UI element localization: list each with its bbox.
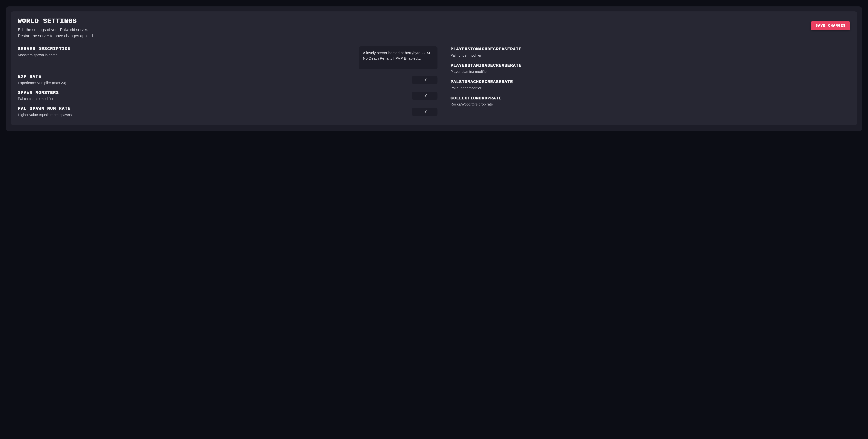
server-description-label: SERVER DESCRIPTION: [18, 46, 354, 52]
spawn-monsters-label: SPAWN MONSTERS: [18, 90, 404, 95]
row-collection-drop-rate: COLLECTIONDROPRATE Rocks/Wood/Ore drop r…: [451, 96, 850, 107]
page-subtitle-1: Edit the settings of your Palworld serve…: [18, 27, 94, 33]
settings-card: WORLD SETTINGS Edit the settings of your…: [11, 11, 857, 125]
exp-rate-input[interactable]: [412, 76, 437, 84]
spawn-monsters-labels: SPAWN MONSTERS Pal catch rate modifier: [18, 90, 407, 101]
right-column: PLAYERSTOMACHDECREASERATE Pal hunger mod…: [451, 46, 850, 117]
row-exp-rate: EXP RATE Experience Multiplier (max 20): [18, 74, 437, 85]
spawn-monsters-input[interactable]: [412, 92, 437, 100]
collection-drop-desc: Rocks/Wood/Ore drop rate: [451, 102, 850, 107]
row-spawn-monsters: SPAWN MONSTERS Pal catch rate modifier: [18, 90, 437, 101]
server-description-input[interactable]: [359, 46, 437, 69]
settings-body: SERVER DESCRIPTION Monsters spawn in gam…: [18, 46, 850, 117]
exp-rate-labels: EXP RATE Experience Multiplier (max 20): [18, 74, 407, 85]
exp-rate-label: EXP RATE: [18, 74, 404, 79]
header: WORLD SETTINGS Edit the settings of your…: [18, 18, 850, 39]
spawn-monsters-desc: Pal catch rate modifier: [18, 96, 404, 101]
header-text: WORLD SETTINGS Edit the settings of your…: [18, 18, 94, 39]
pal-spawn-num-rate-label: PAL SPAWN NUM RATE: [18, 106, 404, 111]
left-column: SERVER DESCRIPTION Monsters spawn in gam…: [18, 46, 437, 117]
pal-stomach-desc: Pal hunger modifier: [451, 86, 850, 91]
page-root: WORLD SETTINGS Edit the settings of your…: [0, 0, 868, 138]
settings-panel: WORLD SETTINGS Edit the settings of your…: [6, 6, 862, 131]
player-stamina-label: PLAYERSTAMINADECREASERATE: [451, 63, 850, 68]
exp-rate-desc: Experience Multiplier (max 20): [18, 80, 404, 85]
pal-spawn-num-rate-input[interactable]: [412, 108, 437, 116]
row-pal-stomach-decrease-rate: PALSTOMACHDECREASERATE Pal hunger modifi…: [451, 79, 850, 91]
pal-spawn-num-rate-labels: PAL SPAWN NUM RATE Higher value equals m…: [18, 106, 407, 117]
player-stomach-desc: Pal hunger modifier: [451, 53, 850, 58]
pal-spawn-num-rate-desc: Higher value equals more spawns: [18, 112, 404, 117]
row-player-stamina-decrease-rate: PLAYERSTAMINADECREASERATE Player stamina…: [451, 63, 850, 74]
save-changes-button[interactable]: SAVE CHANGES: [811, 21, 850, 30]
row-server-description: SERVER DESCRIPTION Monsters spawn in gam…: [18, 46, 437, 69]
pal-stomach-label: PALSTOMACHDECREASERATE: [451, 79, 850, 85]
player-stamina-desc: Player stamina modifier: [451, 69, 850, 74]
collection-drop-label: COLLECTIONDROPRATE: [451, 96, 850, 101]
row-player-stomach-decrease-rate: PLAYERSTOMACHDECREASERATE Pal hunger mod…: [451, 47, 850, 58]
row-pal-spawn-num-rate: PAL SPAWN NUM RATE Higher value equals m…: [18, 106, 437, 117]
server-description-labels: SERVER DESCRIPTION Monsters spawn in gam…: [18, 46, 354, 58]
player-stomach-label: PLAYERSTOMACHDECREASERATE: [451, 47, 850, 52]
page-subtitle-2: Restart the server to have changes appli…: [18, 33, 94, 39]
server-description-desc: Monsters spawn in game: [18, 53, 354, 58]
page-title: WORLD SETTINGS: [18, 18, 94, 25]
